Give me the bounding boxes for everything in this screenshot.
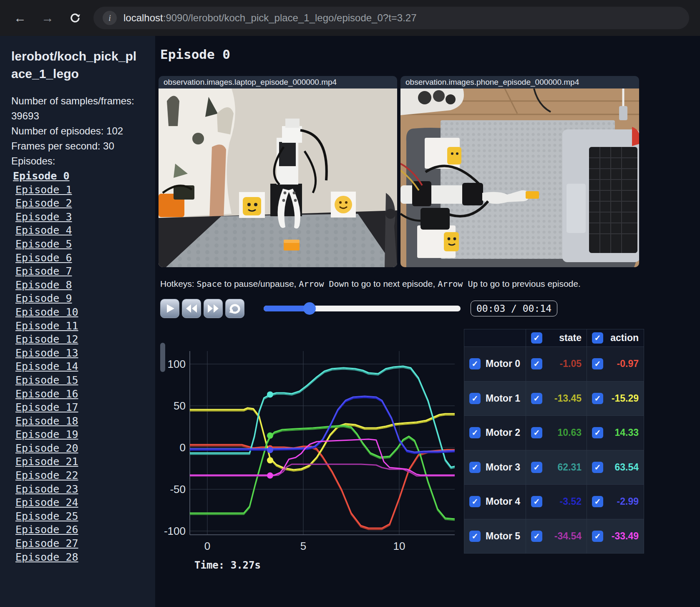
- motor-action-cell: ✓63.54: [587, 450, 644, 485]
- state-col-header: ✓state: [526, 329, 587, 347]
- episode-link-20[interactable]: Episode 20: [11, 442, 155, 455]
- fast-forward-button[interactable]: [204, 299, 223, 318]
- episode-link-16[interactable]: Episode 16: [11, 387, 155, 401]
- motor-label-cell: ✓Motor 0: [464, 347, 526, 382]
- episode-link-3[interactable]: Episode 3: [11, 210, 155, 224]
- motor-table: ✓state ✓action ✓Motor 0✓-1.05✓-0.97✓Moto…: [464, 329, 644, 554]
- state-header-label: state: [559, 332, 582, 344]
- episode-link-25[interactable]: Episode 25: [11, 510, 155, 524]
- state-all-checkbox[interactable]: ✓: [531, 332, 542, 344]
- table-row-motor-3: ✓Motor 3✓62.31✓63.54: [464, 450, 644, 485]
- motor-2-state-checkbox[interactable]: ✓: [531, 427, 542, 438]
- episode-link-22[interactable]: Episode 22: [11, 469, 155, 483]
- reload-glyph: [69, 12, 81, 24]
- motor-0-action-checkbox[interactable]: ✓: [592, 358, 603, 369]
- episode-link-18[interactable]: Episode 18: [11, 415, 155, 428]
- url-bar[interactable]: i localhost:9090/lerobot/koch_pick_place…: [93, 7, 689, 29]
- motor-4-state-checkbox[interactable]: ✓: [531, 496, 542, 507]
- motor-state-cell: ✓-1.05: [526, 347, 587, 382]
- motor-label: Motor 5: [486, 531, 520, 542]
- hotkeys-text-1: to pause/unpause,: [222, 279, 299, 288]
- motor-2-checkbox[interactable]: ✓: [469, 427, 481, 438]
- loop-icon: [229, 303, 241, 314]
- episode-link-1[interactable]: Episode 1: [11, 183, 155, 197]
- loop-button[interactable]: [225, 299, 244, 318]
- current-time-dot-motor-2: [267, 432, 273, 439]
- motor-action-value: -2.99: [617, 496, 639, 507]
- action-all-checkbox[interactable]: ✓: [592, 332, 603, 344]
- play-icon: [164, 303, 175, 314]
- stat-fps: Frames per second: 30: [11, 139, 145, 154]
- episode-link-15[interactable]: Episode 15: [11, 374, 155, 387]
- episode-link-4[interactable]: Episode 4: [11, 224, 155, 238]
- episode-link-23[interactable]: Episode 23: [11, 483, 155, 496]
- table-row-motor-4: ✓Motor 4✓-3.52✓-2.99: [464, 485, 644, 519]
- hotkeys-help: Hotkeys: Space to pause/unpause, Arrow D…: [160, 279, 700, 289]
- episode-link-10[interactable]: Episode 10: [11, 306, 155, 319]
- episode-link-2[interactable]: Episode 2: [11, 197, 155, 210]
- video-phone-label: observation.images.phone_episode_000000.…: [400, 76, 639, 89]
- episode-link-28[interactable]: Episode 28: [11, 551, 155, 564]
- episode-link-0[interactable]: Episode 0: [11, 169, 155, 183]
- motor-label: Motor 1: [486, 393, 520, 404]
- episode-link-5[interactable]: Episode 5: [11, 238, 155, 251]
- motor-2-action-checkbox[interactable]: ✓: [592, 427, 603, 438]
- play-button[interactable]: [160, 299, 179, 318]
- current-time-dot-motor-3: [267, 391, 273, 397]
- episode-link-26[interactable]: Episode 26: [11, 523, 155, 537]
- motor-5-action-checkbox[interactable]: ✓: [592, 531, 603, 542]
- motor-1-action-checkbox[interactable]: ✓: [592, 393, 603, 404]
- episode-link-12[interactable]: Episode 12: [11, 333, 155, 346]
- motor-4-checkbox[interactable]: ✓: [469, 496, 481, 507]
- episode-link-6[interactable]: Episode 6: [11, 251, 155, 265]
- episode-link-8[interactable]: Episode 8: [11, 278, 155, 292]
- motor-3-state-checkbox[interactable]: ✓: [531, 462, 542, 473]
- scrollbar-thumb[interactable]: [160, 343, 165, 372]
- table-row-motor-2: ✓Motor 2✓10.63✓14.33: [464, 416, 644, 450]
- episode-link-11[interactable]: Episode 11: [11, 319, 155, 333]
- episode-link-24[interactable]: Episode 24: [11, 496, 155, 510]
- motor-0-checkbox[interactable]: ✓: [469, 358, 481, 369]
- motor-5-checkbox[interactable]: ✓: [469, 531, 481, 542]
- motor-0-state-checkbox[interactable]: ✓: [531, 358, 542, 369]
- episode-link-27[interactable]: Episode 27: [11, 537, 155, 551]
- url-text[interactable]: localhost:9090/lerobot/koch_pick_place_1…: [123, 12, 417, 24]
- seek-slider[interactable]: [264, 306, 461, 311]
- motor-action-value: 14.33: [614, 427, 639, 438]
- episode-link-13[interactable]: Episode 13: [11, 346, 155, 360]
- reload-icon[interactable]: [66, 9, 84, 27]
- motor-3-checkbox[interactable]: ✓: [469, 462, 481, 473]
- motor-1-state-checkbox[interactable]: ✓: [531, 393, 542, 404]
- table-row-motor-5: ✓Motor 5✓-34.54✓-33.49: [464, 519, 644, 554]
- site-info-icon[interactable]: i: [103, 11, 117, 25]
- motor-col-header: [464, 329, 526, 347]
- motor-action-value: -33.49: [612, 531, 639, 542]
- episode-link-7[interactable]: Episode 7: [11, 265, 155, 278]
- seek-thumb[interactable]: [303, 302, 316, 315]
- rewind-button[interactable]: [182, 299, 201, 318]
- current-time-dot-motor-5: [267, 472, 273, 478]
- sidebar: lerobot/koch_pick_place_1_lego Number of…: [0, 36, 155, 607]
- y-tick--50: -50: [170, 483, 186, 496]
- motor-chart[interactable]: 100500-50-1000510: [159, 329, 456, 552]
- back-icon[interactable]: ←: [11, 9, 29, 27]
- hotkey-arrow-down: Arrow Down: [299, 279, 349, 289]
- x-tick-5: 5: [300, 540, 306, 552]
- seek-fill: [264, 306, 310, 311]
- motor-4-action-checkbox[interactable]: ✓: [592, 496, 603, 507]
- motor-1-checkbox[interactable]: ✓: [469, 393, 481, 404]
- episode-link-14[interactable]: Episode 14: [11, 360, 155, 374]
- motor-label: Motor 0: [486, 358, 520, 369]
- motor-5-state-checkbox[interactable]: ✓: [531, 531, 542, 542]
- episode-link-9[interactable]: Episode 9: [11, 292, 155, 306]
- motor-state-value: -34.54: [554, 531, 582, 542]
- y-tick-50: 50: [174, 400, 186, 412]
- video-laptop[interactable]: observation.images.laptop_episode_000000…: [159, 76, 397, 267]
- motor-3-action-checkbox[interactable]: ✓: [592, 462, 603, 473]
- episode-link-17[interactable]: Episode 17: [11, 401, 155, 415]
- browser-toolbar: ← → i localhost:9090/lerobot/koch_pick_p…: [0, 0, 700, 36]
- video-phone[interactable]: observation.images.phone_episode_000000.…: [400, 76, 639, 267]
- episode-link-21[interactable]: Episode 21: [11, 455, 155, 469]
- episode-link-19[interactable]: Episode 19: [11, 428, 155, 442]
- forward-icon[interactable]: →: [38, 9, 57, 27]
